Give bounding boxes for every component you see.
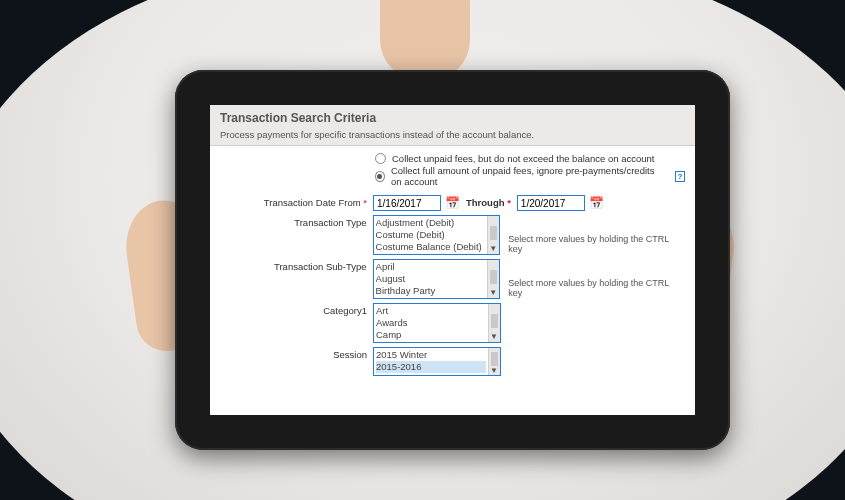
category1-listbox[interactable]: Art Awards Camp ▼	[373, 303, 501, 343]
ctrl-hint: Select more values by holding the CTRL k…	[508, 278, 685, 299]
panel-header: Transaction Search Criteria Process paym…	[210, 105, 695, 146]
panel-title: Transaction Search Criteria	[220, 111, 685, 125]
subtype-controls: April August Birthday Party ▼ Select mor…	[373, 259, 685, 299]
neck	[380, 0, 470, 80]
required-marker: *	[505, 197, 511, 208]
list-item[interactable]: Art	[376, 305, 486, 317]
list-items: 2015 Winter 2015-2016	[374, 348, 488, 375]
transaction-search-panel: Transaction Search Criteria Process paym…	[210, 105, 695, 386]
collect-mode-group: Collect unpaid fees, but do not exceed t…	[375, 153, 685, 187]
chevron-down-icon[interactable]: ▼	[487, 288, 499, 298]
collect-option-full[interactable]: Collect full amount of unpaid fees, igno…	[375, 165, 685, 187]
type-controls: Adjustment (Debit) Costume (Debit) Costu…	[373, 215, 685, 255]
list-items: Art Awards Camp	[374, 304, 488, 342]
list-items: Adjustment (Debit) Costume (Debit) Costu…	[374, 216, 488, 254]
chevron-down-icon[interactable]: ▼	[488, 366, 500, 376]
date-from-input[interactable]	[373, 195, 441, 211]
radio-icon	[375, 171, 385, 182]
type-listbox[interactable]: Adjustment (Debit) Costume (Debit) Costu…	[373, 215, 501, 255]
list-items: April August Birthday Party	[374, 260, 488, 298]
radio-label: Collect full amount of unpaid fees, igno…	[391, 165, 666, 187]
session-listbox[interactable]: 2015 Winter 2015-2016 ▼	[373, 347, 501, 376]
label-type: Transaction Type	[220, 215, 373, 228]
scroll-thumb[interactable]	[490, 270, 497, 284]
tablet-frame: Transaction Search Criteria Process paym…	[175, 70, 730, 450]
chevron-down-icon[interactable]: ▼	[487, 244, 499, 254]
label-session: Session	[220, 347, 373, 360]
row-subtype: Transaction Sub-Type April August Birthd…	[220, 259, 685, 299]
session-controls: 2015 Winter 2015-2016 ▼	[373, 347, 501, 376]
date-to-input[interactable]	[517, 195, 585, 211]
scrollbar[interactable]: ▼	[487, 260, 499, 298]
radio-icon	[375, 153, 386, 164]
label-text: Through	[466, 197, 505, 208]
list-item[interactable]: Adjustment (Debit)	[376, 217, 486, 229]
scrollbar[interactable]: ▼	[487, 216, 499, 254]
panel-body: Collect unpaid fees, but do not exceed t…	[210, 146, 695, 386]
list-item[interactable]: Costume (Debit)	[376, 229, 486, 241]
label-date-from: Transaction Date From *	[220, 195, 373, 208]
list-item[interactable]: Awards	[376, 317, 486, 329]
row-type: Transaction Type Adjustment (Debit) Cost…	[220, 215, 685, 255]
tablet-screen: Transaction Search Criteria Process paym…	[210, 105, 695, 415]
panel-subtext: Process payments for specific transactio…	[220, 129, 685, 140]
list-item[interactable]: August	[376, 273, 486, 285]
date-controls: 📅 Through * 📅	[373, 195, 604, 211]
help-icon[interactable]: ?	[675, 171, 685, 182]
scroll-thumb[interactable]	[491, 314, 498, 328]
required-marker: *	[361, 197, 367, 208]
scrollbar[interactable]: ▼	[488, 348, 500, 375]
row-session: Session 2015 Winter 2015-2016 ▼	[220, 347, 685, 376]
calendar-icon[interactable]: 📅	[445, 195, 460, 211]
scroll-thumb[interactable]	[491, 352, 498, 366]
subtype-listbox[interactable]: April August Birthday Party ▼	[373, 259, 501, 299]
label-subtype: Transaction Sub-Type	[220, 259, 373, 272]
label-text: Transaction Date From	[264, 197, 361, 208]
radio-label: Collect unpaid fees, but do not exceed t…	[392, 153, 655, 164]
row-category1: Category1 Art Awards Camp ▼	[220, 303, 685, 343]
label-category1: Category1	[220, 303, 373, 316]
ctrl-hint: Select more values by holding the CTRL k…	[508, 234, 685, 255]
scrollbar[interactable]: ▼	[488, 304, 500, 342]
list-item[interactable]: 2015-2016	[376, 361, 486, 373]
list-item[interactable]: Costume Balance (Debit)	[376, 241, 486, 253]
row-date: Transaction Date From * 📅 Through * 📅	[220, 195, 685, 211]
calendar-icon[interactable]: 📅	[589, 195, 604, 211]
category1-controls: Art Awards Camp ▼	[373, 303, 501, 343]
chevron-down-icon[interactable]: ▼	[488, 332, 500, 342]
list-item[interactable]: Camp	[376, 329, 486, 341]
list-item[interactable]: 2015 Winter	[376, 349, 486, 361]
list-item[interactable]: Birthday Party	[376, 285, 486, 297]
label-through: Through *	[464, 195, 513, 211]
list-item[interactable]: April	[376, 261, 486, 273]
collect-option-balance[interactable]: Collect unpaid fees, but do not exceed t…	[375, 153, 685, 164]
scroll-thumb[interactable]	[490, 226, 497, 240]
